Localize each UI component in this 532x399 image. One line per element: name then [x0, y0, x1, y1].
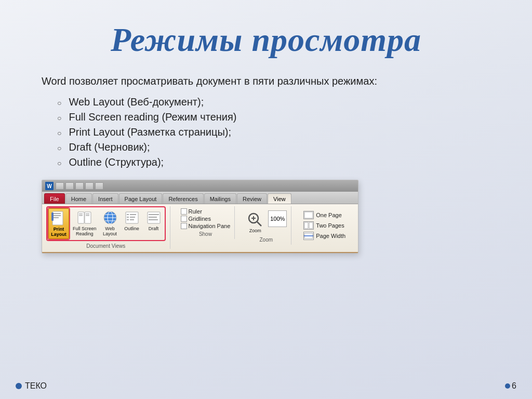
word-icon: W	[45, 182, 54, 190]
footer-company: ТЕКО	[25, 381, 47, 391]
svg-line-28	[257, 222, 261, 226]
zoom-area: Zoom 100%	[245, 208, 287, 235]
tab-file[interactable]: File	[44, 193, 65, 204]
title-bar: W	[42, 180, 358, 192]
footer-page-dot-icon	[505, 383, 510, 389]
footer-page: 6	[505, 381, 516, 391]
zoom-group: Zoom 100% Zoom	[241, 206, 291, 245]
ruler-checkbox[interactable]: Ruler	[181, 208, 231, 215]
web-layout-button[interactable]: WebLayout	[100, 208, 120, 238]
pages-group: One Page Two Pages	[298, 206, 351, 243]
pages-list: One Page Two Pages	[302, 208, 347, 241]
tb-extra2	[95, 182, 103, 190]
tab-home[interactable]: Home	[65, 193, 92, 204]
zoom-percent[interactable]: 100%	[268, 210, 287, 227]
list-item: Outline (Структура);	[57, 156, 490, 168]
slide-subtitle: Word позволяет просматривать документ в …	[42, 74, 490, 89]
footer-dot-icon	[16, 383, 22, 389]
tab-review[interactable]: Review	[237, 193, 267, 204]
svg-rect-25	[149, 217, 157, 218]
list-item: Print Layout (Разметка страницы);	[57, 126, 490, 138]
zoom-button[interactable]: Zoom	[245, 210, 265, 235]
full-screen-label: Full ScreenReading	[73, 227, 97, 237]
zoom-icon	[247, 211, 263, 228]
svg-rect-17	[127, 214, 129, 215]
svg-rect-3	[54, 217, 59, 218]
list-item: Full Screen reading (Режим чтения)	[57, 111, 490, 123]
svg-rect-21	[127, 219, 129, 220]
list-item: Web Layout (Веб-документ);	[57, 96, 490, 108]
tab-mailings[interactable]: Mailings	[204, 193, 236, 204]
outline-icon	[124, 209, 140, 226]
full-screen-icon	[76, 209, 93, 226]
svg-rect-2	[54, 215, 61, 216]
tb-extra	[85, 182, 94, 190]
nav-pane-cb-box	[181, 223, 187, 229]
one-page-icon	[303, 211, 314, 219]
word-ribbon-screenshot: W File Home Insert Page Layout Reference…	[42, 180, 358, 254]
gridlines-cb-box	[181, 216, 187, 222]
tb-save	[75, 182, 84, 190]
svg-rect-24	[149, 214, 159, 215]
outline-label: Outline	[124, 227, 139, 232]
svg-rect-33	[309, 222, 313, 229]
print-layout-icon	[50, 210, 67, 227]
svg-rect-1	[54, 213, 61, 214]
zoom-label: Zoom	[259, 237, 273, 243]
ribbon-content: PrintLayout	[42, 204, 358, 253]
footer-page-number: 6	[512, 381, 516, 391]
view-buttons: PrintLayout	[48, 208, 164, 239]
title-bar-icons	[56, 182, 103, 190]
two-pages-button[interactable]: Two Pages	[302, 221, 347, 230]
tb-undo	[56, 182, 64, 190]
draft-icon	[145, 209, 162, 226]
svg-rect-31	[304, 212, 313, 218]
show-label: Show	[199, 231, 212, 237]
tab-page-layout[interactable]: Page Layout	[119, 193, 163, 204]
svg-rect-8	[79, 215, 83, 216]
ribbon-tabs-bar: File Home Insert Page Layout References …	[42, 192, 358, 204]
svg-rect-20	[130, 217, 135, 218]
gridlines-checkbox[interactable]: Gridlines	[181, 216, 231, 222]
footer-left: ТЕКО	[16, 381, 47, 391]
svg-rect-10	[86, 215, 89, 216]
tb-redo	[65, 182, 74, 190]
web-layout-icon	[102, 209, 118, 226]
show-group: Ruler Gridlines Navigation Pane Show	[177, 206, 235, 239]
footer: ТЕКО 6	[16, 381, 516, 391]
document-views-group: PrintLayout	[46, 206, 170, 249]
page-width-button[interactable]: Page Width	[302, 231, 347, 241]
slide-title: Режимы просмотра	[42, 21, 490, 59]
tab-references[interactable]: References	[163, 193, 203, 204]
svg-rect-4	[51, 212, 54, 221]
document-views-label: Document Views	[86, 243, 125, 249]
svg-rect-7	[79, 214, 83, 215]
list-item: Draft (Черновик);	[57, 141, 490, 153]
svg-rect-22	[130, 219, 134, 220]
show-checkboxes: Ruler Gridlines Navigation Pane	[181, 208, 231, 229]
print-layout-button[interactable]: PrintLayout	[48, 208, 69, 239]
view-modes-list: Web Layout (Веб-документ); Full Screen r…	[57, 96, 490, 168]
document-views-outline: PrintLayout	[46, 206, 166, 241]
two-pages-icon	[303, 221, 314, 230]
zoom-btn-label: Zoom	[249, 229, 261, 234]
print-layout-label: PrintLayout	[51, 227, 66, 237]
slide: Режимы просмотра Word позволяет просматр…	[0, 0, 532, 399]
draft-button[interactable]: Draft	[144, 208, 164, 233]
tab-insert[interactable]: Insert	[92, 193, 118, 204]
web-layout-label: WebLayout	[103, 227, 117, 237]
outline-button[interactable]: Outline	[122, 208, 142, 233]
svg-rect-9	[86, 214, 89, 215]
full-screen-button[interactable]: Full ScreenReading	[71, 208, 98, 238]
page-width-icon	[303, 232, 314, 240]
nav-pane-checkbox[interactable]: Navigation Pane	[181, 223, 231, 229]
svg-rect-32	[304, 222, 308, 229]
svg-rect-19	[127, 217, 129, 218]
ruler-cb-box	[181, 208, 187, 215]
svg-rect-26	[149, 219, 158, 220]
svg-rect-18	[130, 214, 136, 215]
draft-label: Draft	[149, 227, 159, 232]
one-page-button[interactable]: One Page	[302, 210, 347, 220]
tab-view[interactable]: View	[268, 193, 291, 204]
